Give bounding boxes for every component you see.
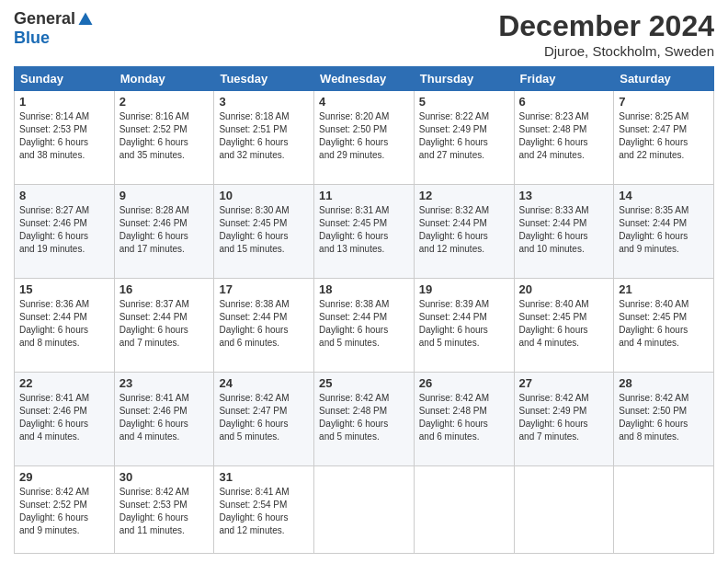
table-row: 22Sunrise: 8:41 AMSunset: 2:46 PMDayligh… xyxy=(15,372,115,465)
day-number: 28 xyxy=(619,376,709,390)
cell-text: Sunrise: 8:28 AMSunset: 2:46 PMDaylight:… xyxy=(119,204,210,256)
table-row: 12Sunrise: 8:32 AMSunset: 2:44 PMDayligh… xyxy=(414,184,514,278)
col-header-wednesday: Wednesday xyxy=(314,67,415,91)
col-header-monday: Monday xyxy=(114,67,214,91)
day-number: 13 xyxy=(519,189,609,202)
header: General Blue December 2024 Djuroe, Stock… xyxy=(14,9,714,59)
cell-text: Sunrise: 8:38 AMSunset: 2:44 PMDaylight:… xyxy=(219,298,309,350)
day-number: 3 xyxy=(219,95,309,109)
day-number: 26 xyxy=(419,376,509,390)
day-number: 4 xyxy=(319,95,409,109)
table-row: 4Sunrise: 8:20 AMSunset: 2:50 PMDaylight… xyxy=(314,91,415,185)
table-row: 24Sunrise: 8:42 AMSunset: 2:47 PMDayligh… xyxy=(214,372,314,465)
cell-text: Sunrise: 8:42 AMSunset: 2:52 PMDaylight:… xyxy=(19,486,109,537)
day-number: 9 xyxy=(119,189,210,202)
cell-text: Sunrise: 8:40 AMSunset: 2:45 PMDaylight:… xyxy=(619,298,709,350)
cell-text: Sunrise: 8:36 AMSunset: 2:44 PMDaylight:… xyxy=(19,298,109,350)
logo-blue: Blue xyxy=(14,29,50,48)
cell-text: Sunrise: 8:38 AMSunset: 2:44 PMDaylight:… xyxy=(319,298,409,350)
cell-text: Sunrise: 8:41 AMSunset: 2:46 PMDaylight:… xyxy=(119,392,210,443)
day-number: 12 xyxy=(419,189,509,202)
day-number: 20 xyxy=(519,282,609,296)
day-number: 22 xyxy=(19,376,109,390)
col-header-sunday: Sunday xyxy=(15,67,115,91)
table-row: 16Sunrise: 8:37 AMSunset: 2:44 PMDayligh… xyxy=(114,278,214,372)
table-row: 20Sunrise: 8:40 AMSunset: 2:45 PMDayligh… xyxy=(514,278,614,372)
cell-text: Sunrise: 8:42 AMSunset: 2:53 PMDaylight:… xyxy=(119,486,210,537)
day-number: 15 xyxy=(19,282,109,296)
table-row xyxy=(314,465,415,553)
cell-text: Sunrise: 8:22 AMSunset: 2:49 PMDaylight:… xyxy=(419,110,509,162)
day-number: 5 xyxy=(419,95,509,109)
table-row: 21Sunrise: 8:40 AMSunset: 2:45 PMDayligh… xyxy=(614,278,714,372)
col-header-saturday: Saturday xyxy=(614,67,714,91)
day-number: 17 xyxy=(219,282,309,296)
table-row: 15Sunrise: 8:36 AMSunset: 2:44 PMDayligh… xyxy=(15,278,115,372)
calendar-table: SundayMondayTuesdayWednesdayThursdayFrid… xyxy=(14,66,714,554)
table-row: 11Sunrise: 8:31 AMSunset: 2:45 PMDayligh… xyxy=(314,184,415,278)
cell-text: Sunrise: 8:33 AMSunset: 2:44 PMDaylight:… xyxy=(519,204,609,256)
table-row: 5Sunrise: 8:22 AMSunset: 2:49 PMDaylight… xyxy=(414,91,514,185)
day-number: 25 xyxy=(319,376,409,390)
table-row: 1Sunrise: 8:14 AMSunset: 2:53 PMDaylight… xyxy=(15,91,115,185)
cell-text: Sunrise: 8:42 AMSunset: 2:47 PMDaylight:… xyxy=(219,392,309,443)
cell-text: Sunrise: 8:42 AMSunset: 2:48 PMDaylight:… xyxy=(419,392,509,443)
day-number: 6 xyxy=(519,95,609,109)
table-row: 23Sunrise: 8:41 AMSunset: 2:46 PMDayligh… xyxy=(114,372,214,465)
day-number: 29 xyxy=(19,470,109,484)
table-row: 2Sunrise: 8:16 AMSunset: 2:52 PMDaylight… xyxy=(114,91,214,185)
table-row: 17Sunrise: 8:38 AMSunset: 2:44 PMDayligh… xyxy=(214,278,314,372)
col-header-thursday: Thursday xyxy=(414,67,514,91)
table-row: 27Sunrise: 8:42 AMSunset: 2:49 PMDayligh… xyxy=(514,372,614,465)
day-number: 27 xyxy=(519,376,609,390)
table-row: 3Sunrise: 8:18 AMSunset: 2:51 PMDaylight… xyxy=(214,91,314,185)
cell-text: Sunrise: 8:25 AMSunset: 2:47 PMDaylight:… xyxy=(619,110,709,162)
day-number: 23 xyxy=(119,376,210,390)
table-row: 14Sunrise: 8:35 AMSunset: 2:44 PMDayligh… xyxy=(614,184,714,278)
cell-text: Sunrise: 8:20 AMSunset: 2:50 PMDaylight:… xyxy=(319,110,409,162)
table-row: 29Sunrise: 8:42 AMSunset: 2:52 PMDayligh… xyxy=(15,465,115,553)
page: General Blue December 2024 Djuroe, Stock… xyxy=(0,0,728,563)
cell-text: Sunrise: 8:32 AMSunset: 2:44 PMDaylight:… xyxy=(419,204,509,256)
table-row: 7Sunrise: 8:25 AMSunset: 2:47 PMDaylight… xyxy=(614,91,714,185)
cell-text: Sunrise: 8:23 AMSunset: 2:48 PMDaylight:… xyxy=(519,110,609,162)
day-number: 1 xyxy=(19,95,109,109)
day-number: 2 xyxy=(119,95,210,109)
month-title: December 2024 xyxy=(498,9,714,43)
title-block: December 2024 Djuroe, Stockholm, Sweden xyxy=(498,9,714,59)
table-row: 9Sunrise: 8:28 AMSunset: 2:46 PMDaylight… xyxy=(114,184,214,278)
table-row: 6Sunrise: 8:23 AMSunset: 2:48 PMDaylight… xyxy=(514,91,614,185)
cell-text: Sunrise: 8:18 AMSunset: 2:51 PMDaylight:… xyxy=(219,110,309,162)
cell-text: Sunrise: 8:30 AMSunset: 2:45 PMDaylight:… xyxy=(219,204,309,256)
table-row: 26Sunrise: 8:42 AMSunset: 2:48 PMDayligh… xyxy=(414,372,514,465)
cell-text: Sunrise: 8:41 AMSunset: 2:54 PMDaylight:… xyxy=(219,486,309,537)
table-row: 19Sunrise: 8:39 AMSunset: 2:44 PMDayligh… xyxy=(414,278,514,372)
col-header-friday: Friday xyxy=(514,67,614,91)
day-number: 14 xyxy=(619,189,709,202)
day-number: 10 xyxy=(219,189,309,202)
cell-text: Sunrise: 8:14 AMSunset: 2:53 PMDaylight:… xyxy=(19,110,109,162)
cell-text: Sunrise: 8:42 AMSunset: 2:48 PMDaylight:… xyxy=(319,392,409,443)
day-number: 11 xyxy=(319,189,409,202)
cell-text: Sunrise: 8:39 AMSunset: 2:44 PMDaylight:… xyxy=(419,298,509,350)
location: Djuroe, Stockholm, Sweden xyxy=(498,43,714,59)
table-row: 28Sunrise: 8:42 AMSunset: 2:50 PMDayligh… xyxy=(614,372,714,465)
table-row: 10Sunrise: 8:30 AMSunset: 2:45 PMDayligh… xyxy=(214,184,314,278)
table-row: 31Sunrise: 8:41 AMSunset: 2:54 PMDayligh… xyxy=(214,465,314,553)
cell-text: Sunrise: 8:37 AMSunset: 2:44 PMDaylight:… xyxy=(119,298,210,350)
day-number: 7 xyxy=(619,95,709,109)
table-row xyxy=(414,465,514,553)
cell-text: Sunrise: 8:42 AMSunset: 2:50 PMDaylight:… xyxy=(619,392,709,443)
cell-text: Sunrise: 8:35 AMSunset: 2:44 PMDaylight:… xyxy=(619,204,709,256)
day-number: 24 xyxy=(219,376,309,390)
day-number: 8 xyxy=(19,189,109,202)
table-row: 25Sunrise: 8:42 AMSunset: 2:48 PMDayligh… xyxy=(314,372,415,465)
table-row xyxy=(614,465,714,553)
cell-text: Sunrise: 8:27 AMSunset: 2:46 PMDaylight:… xyxy=(19,204,109,256)
cell-text: Sunrise: 8:31 AMSunset: 2:45 PMDaylight:… xyxy=(319,204,409,256)
table-row: 8Sunrise: 8:27 AMSunset: 2:46 PMDaylight… xyxy=(15,184,115,278)
day-number: 18 xyxy=(319,282,409,296)
cell-text: Sunrise: 8:40 AMSunset: 2:45 PMDaylight:… xyxy=(519,298,609,350)
table-row: 18Sunrise: 8:38 AMSunset: 2:44 PMDayligh… xyxy=(314,278,415,372)
day-number: 30 xyxy=(119,470,210,484)
